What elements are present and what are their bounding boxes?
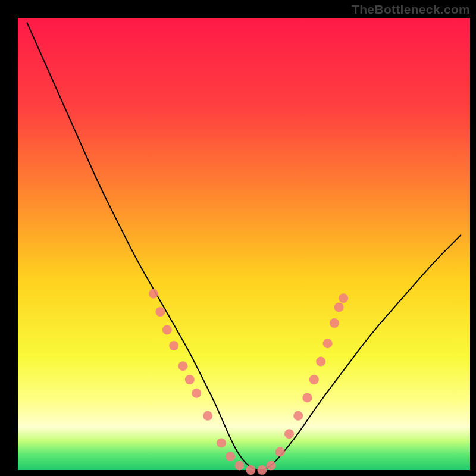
chart-canvas xyxy=(0,0,476,476)
highlight-point xyxy=(330,318,339,328)
highlight-point xyxy=(217,438,226,447)
highlight-point xyxy=(339,293,348,303)
highlight-point xyxy=(178,361,187,371)
plot-background xyxy=(18,18,470,470)
chart-stage: TheBottleneck.com xyxy=(0,0,476,476)
highlight-point xyxy=(323,339,333,348)
highlight-point xyxy=(284,429,294,439)
highlight-point xyxy=(192,389,201,398)
highlight-point xyxy=(267,461,276,470)
highlight-point xyxy=(293,411,303,421)
highlight-point xyxy=(155,307,165,317)
highlight-point xyxy=(203,411,212,421)
highlight-point xyxy=(246,465,255,475)
highlight-point xyxy=(275,447,285,457)
highlight-point xyxy=(149,289,158,299)
highlight-point xyxy=(257,465,267,475)
highlight-point xyxy=(302,393,312,402)
highlight-point xyxy=(234,461,244,470)
watermark-text: TheBottleneck.com xyxy=(352,2,470,17)
highlight-point xyxy=(316,357,325,367)
highlight-point xyxy=(334,302,344,312)
highlight-point xyxy=(162,325,172,334)
highlight-point xyxy=(185,375,195,384)
highlight-point xyxy=(309,375,319,384)
highlight-point xyxy=(226,452,235,461)
highlight-point xyxy=(169,341,178,350)
